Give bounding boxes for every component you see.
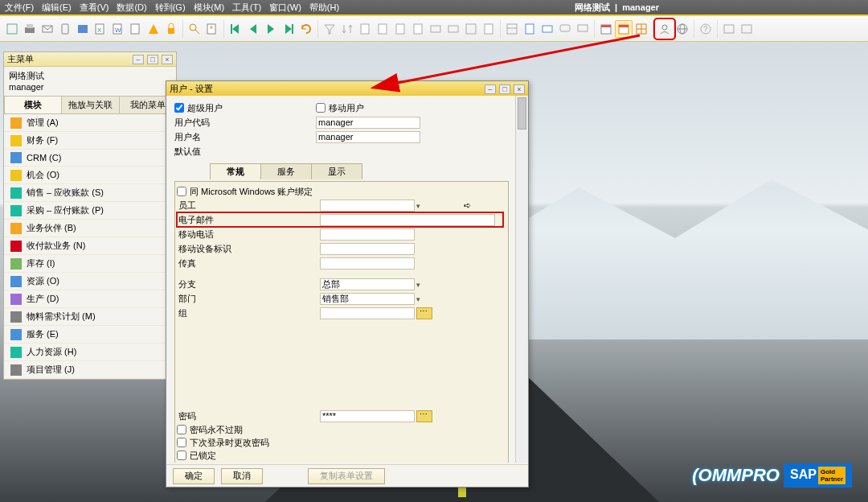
tb-prev-icon[interactable] — [244, 20, 262, 38]
superuser-checkbox[interactable]: 超级用户 — [174, 101, 316, 114]
emp-field[interactable] — [320, 200, 415, 212]
minimize-icon[interactable]: – — [485, 84, 496, 94]
tb-cockpit1-icon[interactable] — [720, 20, 738, 38]
main-menu-titlebar[interactable]: 主菜单 – □ × — [4, 52, 176, 67]
tb-help-icon[interactable]: ? — [697, 20, 714, 38]
pwd-noexpire-checkbox[interactable] — [177, 425, 186, 434]
sidebar-item-1[interactable]: 财务 (F) — [4, 132, 176, 150]
tb-cockpit2-icon[interactable] — [738, 20, 755, 38]
sidebar-item-5[interactable]: 采购 – 应付账款 (P) — [4, 202, 176, 220]
menu-window[interactable]: 窗口(W) — [269, 2, 301, 14]
sidebar-item-3[interactable]: 机会 (O) — [4, 167, 176, 184]
tb-find-icon[interactable] — [186, 20, 203, 38]
tb-translated-values-icon[interactable] — [538, 20, 556, 38]
dept-dropdown-icon[interactable] — [415, 294, 420, 303]
tb-volume-icon[interactable] — [462, 20, 480, 38]
msbind-checkbox[interactable] — [177, 187, 186, 196]
tab-modules[interactable]: 模块 — [4, 96, 62, 113]
sidebar-item-2[interactable]: CRM (C) — [4, 150, 176, 167]
sidebar-item-14[interactable]: 项目管理 (J) — [4, 361, 176, 379]
sidebar-item-4[interactable]: 销售 – 应收账款 (S) — [4, 184, 176, 202]
tb-doc2-icon[interactable] — [374, 20, 391, 38]
dialog-titlebar[interactable]: 用户 - 设置 – □ × — [166, 81, 528, 96]
pwd-field[interactable] — [320, 410, 415, 422]
tb-grid-icon[interactable] — [633, 20, 650, 38]
branch-select[interactable] — [320, 278, 415, 290]
sidebar-item-0[interactable]: 管理 (A) — [4, 114, 176, 132]
locked-checkbox[interactable] — [177, 451, 186, 460]
tb-alert-icon[interactable] — [574, 20, 592, 38]
tb-payment-icon[interactable] — [427, 20, 444, 38]
tb-target-doc-icon[interactable] — [409, 20, 427, 38]
menu-tool[interactable]: 工具(T) — [232, 2, 261, 14]
dialog-scrollbar[interactable] — [515, 96, 528, 463]
tb-fax-icon[interactable] — [74, 20, 92, 38]
sidebar-item-7[interactable]: 收付款业务 (N) — [4, 237, 176, 255]
copy-form-settings-button[interactable]: 复制表单设置 — [308, 468, 385, 484]
mphone-field[interactable] — [320, 228, 415, 241]
tab-service[interactable]: 服务 — [260, 163, 312, 179]
tb-last-icon[interactable] — [280, 20, 297, 38]
close-icon[interactable]: × — [514, 84, 525, 94]
branch-dropdown-icon[interactable] — [415, 279, 420, 289]
tb-mail-icon[interactable] — [39, 20, 56, 38]
tb-calendar1-icon[interactable] — [597, 20, 615, 38]
group-picker-icon[interactable] — [416, 307, 432, 319]
tb-print-icon[interactable] — [21, 20, 39, 38]
group-field[interactable] — [320, 307, 415, 319]
tb-launch-icon[interactable] — [145, 20, 162, 38]
cancel-button[interactable]: 取消 — [221, 468, 263, 484]
close-icon[interactable]: × — [162, 55, 173, 64]
tab-drag-link[interactable]: 拖放与关联 — [61, 96, 119, 113]
tb-trans-journal-icon[interactable] — [480, 20, 497, 38]
tb-form-settings-icon[interactable] — [521, 20, 538, 38]
tb-export-pdf-icon[interactable] — [127, 20, 145, 38]
menu-edit[interactable]: 编辑(E) — [42, 2, 72, 14]
tb-export-word-icon[interactable]: W — [109, 20, 127, 38]
menu-data[interactable]: 数据(D) — [117, 2, 146, 14]
pwd-picker-icon[interactable] — [416, 410, 432, 422]
tb-first-icon[interactable] — [227, 20, 244, 38]
dept-select[interactable] — [320, 293, 415, 305]
tb-export-excel-icon[interactable]: X — [92, 20, 109, 38]
tb-next-icon[interactable] — [262, 20, 280, 38]
tb-globe-icon[interactable] — [674, 20, 691, 38]
sidebar-item-6[interactable]: 业务伙伴 (B) — [4, 220, 176, 237]
menu-module[interactable]: 模块(M) — [194, 2, 225, 14]
sidebar-item-8[interactable]: 库存 (I) — [4, 255, 176, 273]
fax-field[interactable] — [320, 257, 415, 270]
tb-preview-icon[interactable] — [3, 20, 21, 38]
tb-calendar2-icon[interactable] — [615, 20, 633, 38]
tab-general[interactable]: 常规 — [210, 163, 261, 179]
menu-view[interactable]: 查看(V) — [80, 2, 109, 14]
email-field[interactable] — [320, 214, 495, 226]
link-arrow-icon[interactable]: ➪ — [464, 200, 471, 211]
sidebar-item-13[interactable]: 人力资源 (H) — [4, 344, 176, 361]
tb-my-settings-icon[interactable] — [656, 20, 674, 38]
menu-help[interactable]: 帮助(H) — [309, 2, 339, 14]
ok-button[interactable]: 确定 — [173, 468, 215, 484]
tb-layout-icon[interactable] — [503, 20, 521, 38]
menu-file[interactable]: 文件(F) — [5, 2, 34, 14]
tb-add-icon[interactable]: * — [203, 20, 221, 38]
tb-lock-icon[interactable] — [162, 20, 180, 38]
mobileuser-checkbox[interactable]: 移动用户 — [316, 101, 364, 114]
emp-dropdown-icon[interactable] — [415, 200, 420, 210]
tb-doc1-icon[interactable] — [356, 20, 374, 38]
usercode-field[interactable] — [316, 117, 420, 129]
username-field[interactable] — [316, 131, 420, 143]
sidebar-item-11[interactable]: 物料需求计划 (M) — [4, 308, 176, 326]
menu-goto[interactable]: 转到(G) — [155, 2, 186, 14]
sidebar-item-10[interactable]: 生产 (D) — [4, 290, 176, 308]
tb-sms-icon[interactable] — [56, 20, 74, 38]
tab-display[interactable]: 显示 — [311, 163, 362, 179]
scrollbar-thumb[interactable] — [518, 97, 526, 130]
sidebar-item-9[interactable]: 资源 (O) — [4, 273, 176, 290]
mdev-field[interactable] — [320, 243, 415, 255]
tb-gross-profit-icon[interactable] — [444, 20, 462, 38]
pwd-nextchange-checkbox[interactable] — [177, 438, 186, 447]
tb-sort-icon[interactable] — [338, 20, 356, 38]
sidebar-item-12[interactable]: 服务 (E) — [4, 326, 176, 344]
tb-chat-icon[interactable] — [556, 20, 574, 38]
maximize-icon[interactable]: □ — [147, 55, 158, 64]
